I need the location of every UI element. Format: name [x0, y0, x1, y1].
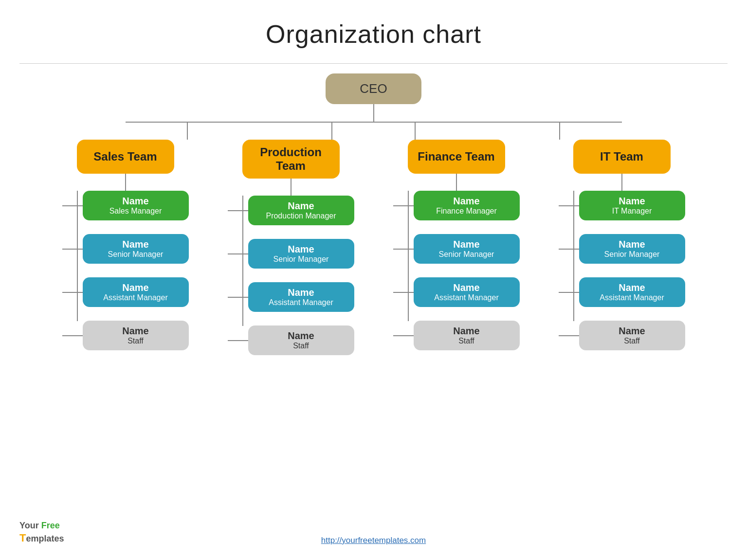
finance-team-node: Finance Team	[408, 140, 505, 174]
production-left-vline	[242, 196, 243, 326]
footer-logo: Your Free Templates	[19, 520, 64, 545]
production-team-node: Production Team	[242, 140, 340, 179]
sales-team-node: Sales Team	[77, 140, 174, 174]
finance-sub-col: Name Finance Manager Name Senior Manager…	[374, 191, 539, 350]
finance-senior-row: Name Senior Manager	[393, 234, 520, 264]
finance-assistant-node: Name Assistant Manager	[414, 277, 520, 307]
it-senior-hline	[559, 249, 579, 250]
teams-row: Sales Team Name Sales Manager	[43, 140, 705, 355]
sales-assistant-row: Name Assistant Manager	[62, 277, 189, 307]
it-staff-row: Name Staff	[559, 321, 685, 350]
finance-assistant-hline	[393, 292, 414, 293]
sales-team-col: Sales Team Name Sales Manager	[43, 140, 208, 355]
sales-assistant-node: Name Assistant Manager	[83, 277, 189, 307]
production-staff-hline	[228, 340, 248, 341]
logo-free: Free	[41, 521, 60, 530]
it-senior-node: Name Senior Manager	[579, 234, 685, 264]
sales-left-vline	[77, 191, 78, 321]
footer-logo-bottom: Templates	[19, 531, 64, 545]
it-manager-row: Name IT Manager	[559, 191, 685, 220]
sales-manager-row: Name Sales Manager	[62, 191, 189, 220]
sales-staff-hline	[62, 335, 83, 336]
sales-senior-row: Name Senior Manager	[62, 234, 189, 264]
footer: Your Free Templates http://yourfreetempl…	[0, 536, 747, 545]
finance-left-vline	[408, 191, 409, 321]
it-manager-node: Name IT Manager	[579, 191, 685, 220]
sales-sub-col: Name Sales Manager Name Senior Manager	[43, 191, 208, 350]
it-left-vline	[573, 191, 574, 321]
it-assistant-row: Name Assistant Manager	[559, 277, 685, 307]
sales-staff-row: Name Staff	[62, 321, 189, 350]
production-assistant-hline	[228, 297, 248, 298]
finance-team-col: Finance Team Name Finance Manager Name	[374, 140, 539, 355]
finance-staff-node: Name Staff	[414, 321, 520, 350]
it-connector-v	[559, 123, 560, 140]
it-team-node: IT Team	[573, 140, 671, 174]
production-senior-hline	[228, 253, 248, 254]
finance-staff-row: Name Staff	[393, 321, 520, 350]
ceo-row: CEO	[326, 73, 421, 104]
production-manager-row: Name Production Manager	[228, 196, 354, 225]
logo-t-icon: T	[19, 532, 26, 544]
production-sub-col: Name Production Manager Name Senior Mana…	[208, 196, 374, 355]
production-staff-node: Name Staff	[248, 325, 354, 355]
ceo-connector-v	[373, 104, 374, 122]
finance-manager-row: Name Finance Manager	[393, 191, 520, 220]
it-senior-row: Name Senior Manager	[559, 234, 685, 264]
production-staff-row: Name Staff	[228, 325, 354, 355]
sales-manager-node: Name Sales Manager	[83, 191, 189, 220]
org-chart: CEO Sales Team	[0, 64, 747, 355]
sales-senior-hline	[62, 249, 83, 250]
it-staff-node: Name Staff	[579, 321, 685, 350]
finance-manager-hline	[393, 205, 414, 206]
sales-staff-node: Name Staff	[83, 321, 189, 350]
it-team-connector	[621, 174, 622, 191]
production-senior-node: Name Senior Manager	[248, 239, 354, 269]
finance-team-connector	[456, 174, 457, 191]
finance-senior-node: Name Senior Manager	[414, 234, 520, 264]
production-manager-hline	[228, 210, 248, 211]
it-assistant-hline	[559, 292, 579, 293]
production-assistant-node: Name Assistant Manager	[248, 282, 354, 312]
footer-logo-top: Your Free	[19, 520, 64, 531]
finance-assistant-row: Name Assistant Manager	[393, 277, 520, 307]
it-manager-hline	[559, 205, 579, 206]
horizontal-bar	[126, 122, 622, 123]
it-assistant-node: Name Assistant Manager	[579, 277, 685, 307]
finance-manager-node: Name Finance Manager	[414, 191, 520, 220]
sales-senior-node: Name Senior Manager	[83, 234, 189, 264]
finance-staff-hline	[393, 335, 414, 336]
page-title: Organization chart	[0, 0, 747, 63]
production-team-connector	[291, 179, 292, 196]
logo-your: Your	[19, 521, 39, 530]
it-staff-hline	[559, 335, 579, 336]
sales-assistant-hline	[62, 292, 83, 293]
production-senior-row: Name Senior Manager	[228, 239, 354, 269]
production-manager-node: Name Production Manager	[248, 196, 354, 225]
sales-connector-v	[187, 123, 188, 140]
finance-senior-hline	[393, 249, 414, 250]
logo-templates-rest: emplates	[26, 534, 64, 543]
production-connector-v	[331, 123, 332, 140]
it-team-col: IT Team Name IT Manager Name Senior Ma	[539, 140, 705, 355]
sales-team-connector	[125, 174, 126, 191]
it-sub-col: Name IT Manager Name Senior Manager Name	[539, 191, 705, 350]
footer-link[interactable]: http://yourfreetemplates.com	[321, 536, 426, 545]
team-connectors	[126, 123, 622, 140]
production-team-col: Production Team Name Production Manager …	[208, 140, 374, 355]
production-assistant-row: Name Assistant Manager	[228, 282, 354, 312]
ceo-node: CEO	[326, 73, 421, 104]
finance-connector-v	[415, 123, 416, 140]
sales-manager-hline	[62, 205, 83, 206]
